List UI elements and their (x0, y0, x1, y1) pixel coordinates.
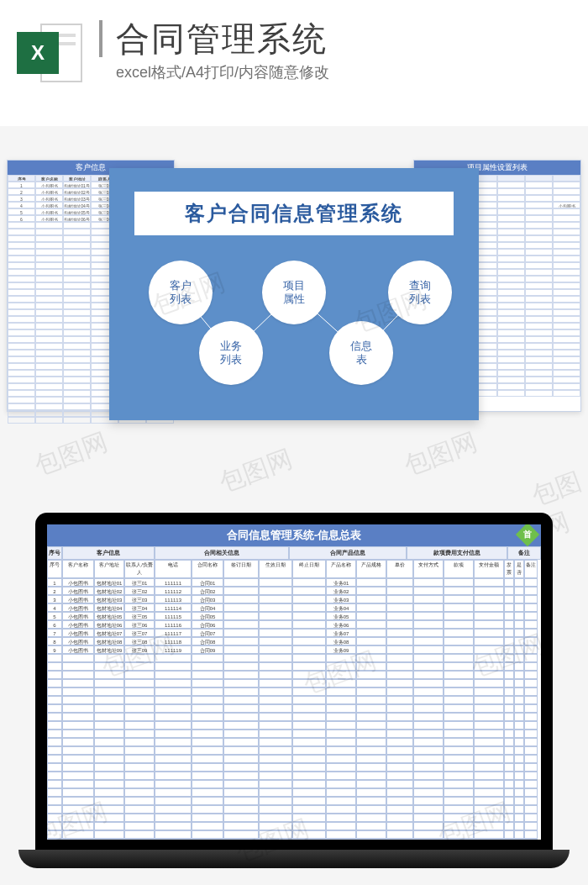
cell: 张三02 (124, 587, 155, 595)
bubble-diagram: 客户 列表 业务 列表 项目 属性 信息 表 查询 列表 (109, 252, 479, 395)
cell: 业务03 (326, 595, 356, 603)
cell (386, 620, 413, 629)
cell (356, 637, 386, 645)
sub-header: 客户名称 (62, 560, 94, 578)
cell (413, 645, 444, 654)
cell: 小包图书 (35, 182, 63, 188)
cell (223, 578, 259, 587)
cell (474, 637, 504, 645)
cell (474, 620, 504, 629)
cell: 合同04 (192, 603, 223, 612)
cell (386, 595, 413, 603)
cell (386, 578, 413, 587)
cell: 包材地址01号 (63, 182, 91, 188)
cell (525, 195, 553, 202)
cell (413, 578, 444, 587)
bubble-project-attr[interactable]: 项目 属性 (262, 261, 326, 324)
cell (504, 595, 514, 603)
cell (497, 202, 525, 208)
cell: 8 (47, 637, 62, 645)
cell (444, 637, 474, 645)
cell (223, 645, 259, 654)
bubble-business-list[interactable]: 业务 列表 (199, 321, 263, 385)
sub-header: 联系人/负责人 (124, 560, 155, 578)
watermark: 包图网 (215, 442, 298, 500)
sub-header: 单价 (386, 560, 413, 578)
cell: 包材地址02号 (63, 188, 91, 195)
cell (524, 587, 538, 595)
cell: 小包图书 (62, 645, 94, 654)
cell (514, 578, 524, 587)
cell (292, 595, 326, 603)
cell: 合同02 (192, 587, 223, 595)
bubble-info-table[interactable]: 信息 表 (329, 321, 393, 385)
cell (444, 629, 474, 637)
cell: 张三01 (124, 578, 155, 587)
group-header: 合同相关信息 (155, 546, 289, 560)
sub-header: 产品规格 (356, 560, 386, 578)
cell: 业务01 (326, 578, 356, 587)
page-subtitle: excel格式/A4打印/内容随意修改 (99, 62, 329, 82)
sub-header: 支付方式 (413, 560, 444, 578)
cell (524, 645, 538, 654)
cell: 5 (47, 612, 62, 620)
cell (525, 182, 553, 188)
cell (356, 629, 386, 637)
cell (524, 578, 538, 587)
cell: 合同09 (192, 645, 223, 654)
cell (524, 637, 538, 645)
sub-header: 终止日期 (292, 560, 326, 578)
cell: 111114 (155, 603, 192, 612)
cell (223, 595, 259, 603)
cell (292, 637, 326, 645)
group-header: 序号 (47, 546, 62, 560)
center-card: 客户合同信息管理系统 客户 列表 业务 列表 项目 属性 信息 表 查询 列表 (109, 168, 479, 420)
cell: 2 (47, 587, 62, 595)
cell (524, 612, 538, 620)
cell (504, 578, 514, 587)
cell: 合同03 (192, 595, 223, 603)
cell: 小包图书 (35, 208, 63, 215)
cell: 小包图书 (62, 603, 94, 612)
cell (413, 629, 444, 637)
bubble-query-list[interactable]: 查询 列表 (388, 261, 452, 324)
cell: 1 (8, 182, 35, 188)
page-header: X 合同管理系统 excel格式/A4打印/内容随意修改 (0, 0, 588, 126)
cell: 4 (47, 603, 62, 612)
cell: 小包图书 (553, 202, 580, 208)
cell (504, 620, 514, 629)
home-button[interactable]: 首 (516, 524, 539, 546)
cell: 小包图书 (62, 578, 94, 587)
cell: 张三05 (124, 612, 155, 620)
cell: 6 (47, 620, 62, 629)
cell: 1 (47, 578, 62, 587)
cell: 包材地址09号 (94, 645, 124, 654)
group-header: 备注 (507, 546, 541, 560)
cell: 包材地址06号 (94, 620, 124, 629)
cell (413, 595, 444, 603)
cell: 小包图书 (35, 215, 63, 222)
preview-stage: 客户信息 序号客户名称客户地址联系人电话1小包图书包材地址01号张三011111… (0, 160, 588, 437)
cell (356, 645, 386, 654)
cell (514, 612, 524, 620)
laptop-base (18, 850, 570, 868)
cell (504, 637, 514, 645)
cell (413, 587, 444, 595)
cell (292, 612, 326, 620)
cell: 小包图书 (35, 202, 63, 208)
cell (413, 612, 444, 620)
cell (525, 188, 553, 195)
bubble-customer-list[interactable]: 客户 列表 (149, 261, 213, 324)
cell (259, 595, 292, 603)
cell (292, 645, 326, 654)
cell (474, 645, 504, 654)
cell: 111112 (155, 587, 192, 595)
cell (292, 578, 326, 587)
cell (292, 587, 326, 595)
cell: 小包图书 (62, 587, 94, 595)
cell (504, 629, 514, 637)
cell (444, 587, 474, 595)
cell: 9 (47, 645, 62, 654)
cell (259, 612, 292, 620)
column-header (497, 175, 525, 182)
